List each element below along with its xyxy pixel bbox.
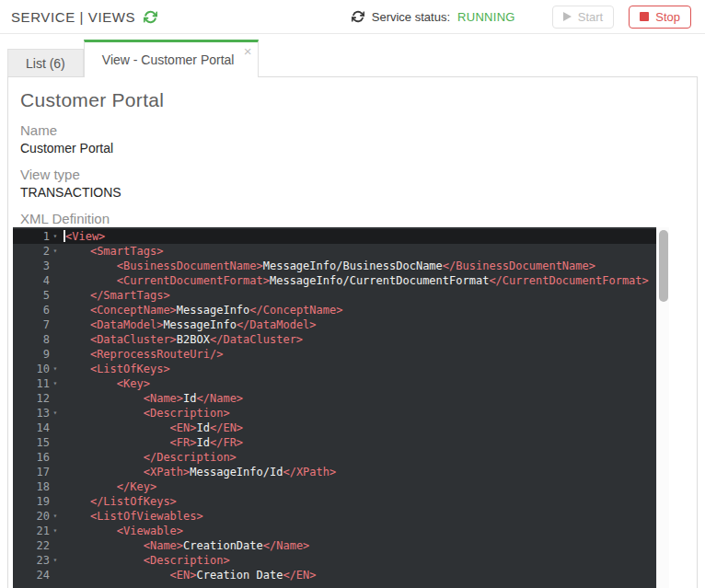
line-number-gutter[interactable]: 14▾ bbox=[13, 421, 61, 435]
code-line[interactable]: 9▾ <ReprocessRouteUri/> bbox=[13, 347, 669, 362]
editor-scrollbar-thumb[interactable] bbox=[659, 230, 668, 302]
line-number-gutter[interactable]: 16▾ bbox=[13, 450, 61, 465]
code-line[interactable]: 23▾ <Description> bbox=[13, 553, 669, 568]
line-number-gutter[interactable]: 15▾ bbox=[13, 435, 61, 450]
code-line-text[interactable]: <SmartTags> bbox=[61, 244, 163, 259]
line-number-gutter[interactable]: 3▾ bbox=[13, 259, 61, 273]
code-line-text[interactable]: <ListOfKeys> bbox=[61, 362, 170, 376]
code-line[interactable]: 19▾ </ListOfKeys> bbox=[13, 494, 669, 509]
code-line[interactable]: 12▾ <Name>Id</Name> bbox=[13, 391, 669, 406]
service-status-label: Service status: bbox=[372, 10, 450, 24]
code-line[interactable]: 6▾ <ConceptName>MessageInfo</ConceptName… bbox=[13, 303, 669, 317]
stop-button[interactable]: Stop bbox=[629, 6, 691, 29]
line-number-gutter[interactable]: 10▾ bbox=[13, 362, 61, 376]
code-line-text[interactable]: <Key> bbox=[61, 376, 150, 391]
fold-arrow-icon[interactable]: ▾ bbox=[50, 509, 61, 524]
line-number-gutter[interactable]: 22▾ bbox=[13, 538, 61, 553]
line-number-gutter[interactable]: 1▾ bbox=[13, 229, 61, 244]
line-number-gutter[interactable]: 13▾ bbox=[13, 406, 61, 421]
line-number-gutter[interactable]: 17▾ bbox=[13, 465, 61, 479]
code-line-text[interactable]: <Description> bbox=[61, 553, 230, 568]
start-button[interactable]: Start bbox=[552, 6, 614, 29]
code-line[interactable]: 20▾ <ListOfViewables> bbox=[13, 509, 669, 524]
code-line-text[interactable]: <ListOfViewables> bbox=[61, 509, 203, 524]
line-number-gutter[interactable]: 2▾ bbox=[13, 244, 61, 259]
code-line[interactable]: 14▾ <EN>Id</EN> bbox=[13, 421, 669, 435]
code-line[interactable]: 16▾ </Description> bbox=[13, 450, 669, 465]
service-status-group: Service status: RUNNING Start Stop bbox=[352, 6, 691, 29]
field-view-type: View type TRANSACTIONS bbox=[20, 167, 697, 200]
code-line-text[interactable]: <ReprocessRouteUri/> bbox=[61, 347, 223, 362]
code-line[interactable]: 4▾ <CurrentDocumentFormat>MessageInfo/Cu… bbox=[13, 273, 669, 288]
code-line[interactable]: 15▾ <FR>Id</FR> bbox=[13, 435, 669, 450]
code-line[interactable]: 8▾ <DataCluster>B2BOX</DataCluster> bbox=[13, 332, 669, 347]
tab-list-label: List (6) bbox=[26, 56, 65, 71]
line-number-gutter[interactable]: 7▾ bbox=[13, 317, 61, 332]
code-line[interactable]: 11▾ <Key> bbox=[13, 376, 669, 391]
code-line-text[interactable]: <Name>Id</Name> bbox=[61, 391, 243, 406]
line-number-gutter[interactable]: 24▾ bbox=[13, 568, 61, 582]
tab-list[interactable]: List (6) bbox=[7, 49, 84, 76]
code-line[interactable]: 24▾ <EN>Creation Date</EN> bbox=[13, 568, 669, 582]
line-number-gutter[interactable]: 21▾ bbox=[13, 524, 61, 538]
line-number-gutter[interactable]: 8▾ bbox=[13, 332, 61, 347]
line-number-gutter[interactable]: 12▾ bbox=[13, 391, 61, 406]
code-line-text[interactable]: <ConceptName>MessageInfo</ConceptName> bbox=[61, 303, 342, 317]
code-line-text[interactable]: </Key> bbox=[61, 479, 156, 494]
view-detail-content: Customer Portal Name Customer Portal Vie… bbox=[8, 77, 697, 227]
refresh-status-icon[interactable] bbox=[352, 10, 364, 23]
code-line-text[interactable]: <DataModel>MessageInfo</DataModel> bbox=[61, 317, 317, 332]
code-line[interactable]: 22▾ <Name>CreationDate</Name> bbox=[13, 538, 669, 553]
fold-arrow-icon[interactable]: ▾ bbox=[50, 229, 61, 244]
xml-editor[interactable]: 1▾<View>2▾ <SmartTags>3▾ <BusinessDocume… bbox=[13, 227, 669, 588]
refresh-views-icon[interactable] bbox=[144, 10, 157, 24]
code-line-text[interactable]: <XPath>MessageInfo/Id</XPath> bbox=[61, 465, 336, 479]
editor-scrollbar[interactable] bbox=[656, 227, 669, 588]
code-line-text[interactable]: </ListOfKeys> bbox=[61, 494, 177, 509]
fold-arrow-icon[interactable]: ▾ bbox=[50, 376, 61, 391]
code-line[interactable]: 1▾<View> bbox=[13, 229, 669, 244]
start-button-label: Start bbox=[578, 10, 603, 24]
code-line[interactable]: 10▾ <ListOfKeys> bbox=[13, 362, 669, 376]
code-line[interactable]: 5▾ </SmartTags> bbox=[13, 288, 669, 303]
line-number-gutter[interactable]: 23▾ bbox=[13, 553, 61, 568]
line-number-gutter[interactable]: 5▾ bbox=[13, 288, 61, 303]
code-line-text[interactable]: <CurrentDocumentFormat>MessageInfo/Curre… bbox=[61, 273, 649, 288]
code-line[interactable]: 7▾ <DataModel>MessageInfo</DataModel> bbox=[13, 317, 669, 332]
line-number-gutter[interactable]: 11▾ bbox=[13, 376, 61, 391]
play-icon bbox=[563, 12, 572, 21]
code-line-text[interactable]: <Name>CreationDate</Name> bbox=[61, 538, 309, 553]
code-line-text[interactable]: <BusinessDocumentName>MessageInfo/Busine… bbox=[61, 259, 595, 273]
close-tab-icon[interactable]: × bbox=[244, 45, 252, 58]
line-number-gutter[interactable]: 6▾ bbox=[13, 303, 61, 317]
code-line[interactable]: 3▾ <BusinessDocumentName>MessageInfo/Bus… bbox=[13, 259, 669, 273]
line-number-gutter[interactable]: 18▾ bbox=[13, 479, 61, 494]
fold-arrow-icon[interactable]: ▾ bbox=[50, 553, 61, 568]
code-line[interactable]: 13▾ <Description> bbox=[13, 406, 669, 421]
fold-arrow-icon[interactable]: ▾ bbox=[50, 244, 61, 259]
code-line[interactable]: 18▾ </Key> bbox=[13, 479, 669, 494]
code-line-text[interactable]: </Description> bbox=[61, 450, 237, 465]
code-line[interactable]: 2▾ <SmartTags> bbox=[13, 244, 669, 259]
code-line-text[interactable]: <View> bbox=[61, 229, 105, 244]
line-number-gutter[interactable]: 20▾ bbox=[13, 509, 61, 524]
code-line-text[interactable]: </SmartTags> bbox=[61, 288, 170, 303]
code-line-text[interactable]: <Description> bbox=[61, 406, 230, 421]
fold-arrow-icon[interactable]: ▾ bbox=[50, 362, 61, 376]
fold-arrow-icon[interactable]: ▾ bbox=[50, 524, 61, 538]
editor-lines: 1▾<View>2▾ <SmartTags>3▾ <BusinessDocume… bbox=[13, 229, 669, 582]
field-name: Name Customer Portal bbox=[20, 122, 697, 156]
code-line-text[interactable]: <Viewable> bbox=[61, 524, 183, 538]
tab-view-customer-portal[interactable]: View - Customer Portal × bbox=[84, 40, 260, 77]
code-line-text[interactable]: <EN>Creation Date</EN> bbox=[61, 568, 317, 582]
code-line[interactable]: 21▾ <Viewable> bbox=[13, 524, 669, 538]
line-number-gutter[interactable]: 9▾ bbox=[13, 347, 61, 362]
breadcrumb-label: SERVICE | VIEWS bbox=[11, 9, 135, 25]
code-line-text[interactable]: <DataCluster>B2BOX</DataCluster> bbox=[61, 332, 303, 347]
code-line-text[interactable]: <FR>Id</FR> bbox=[61, 435, 243, 450]
code-line-text[interactable]: <EN>Id</EN> bbox=[61, 421, 243, 435]
code-line[interactable]: 17▾ <XPath>MessageInfo/Id</XPath> bbox=[13, 465, 669, 479]
line-number-gutter[interactable]: 19▾ bbox=[13, 494, 61, 509]
line-number-gutter[interactable]: 4▾ bbox=[13, 273, 61, 288]
fold-arrow-icon[interactable]: ▾ bbox=[50, 406, 61, 421]
